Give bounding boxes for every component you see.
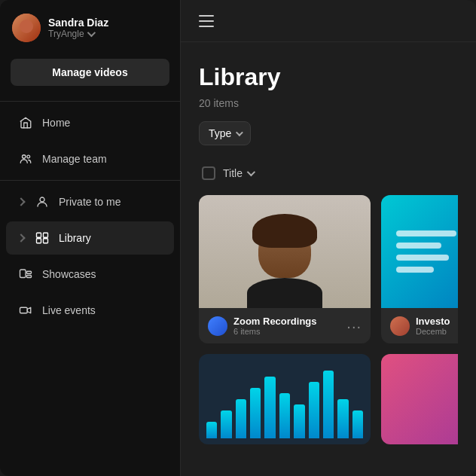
card-thumbnail [381, 195, 458, 308]
svg-rect-6 [44, 239, 48, 243]
user-info: Sandra Diaz TryAngle [48, 17, 108, 39]
card-zoom-recordings[interactable]: Zoom Recordings 6 items ··· [199, 195, 371, 343]
hamburger-line [199, 20, 214, 22]
person-silhouette [247, 221, 322, 308]
chart-bar [264, 377, 275, 439]
video-icon [18, 303, 33, 318]
sidebar-item-label: Live events [42, 304, 96, 316]
card-footer: Zoom Recordings 6 items ··· [199, 308, 371, 343]
card-title: Zoom Recordings [233, 316, 317, 327]
card-meta: Investo Decemb [390, 316, 450, 336]
card-footer: Investo Decemb [381, 308, 458, 343]
more-options-button[interactable]: ··· [346, 319, 362, 334]
topbar [181, 0, 476, 42]
svg-point-0 [23, 155, 26, 159]
svg-rect-3 [37, 233, 41, 237]
invest-line [396, 243, 441, 249]
table-header: Title [199, 160, 458, 186]
chart-bar [206, 422, 217, 439]
sidebar-item-home[interactable]: Home [6, 106, 174, 139]
page-title: Library [199, 63, 458, 91]
person-head [258, 221, 311, 278]
svg-point-2 [40, 197, 44, 202]
cards-row-1: Zoom Recordings 6 items ··· [199, 195, 458, 343]
chart-bar [309, 382, 319, 438]
person-body [247, 278, 322, 308]
sidebar-item-manage-team[interactable]: Manage team [6, 142, 174, 175]
svg-rect-10 [20, 307, 28, 313]
invest-line [396, 255, 449, 261]
hamburger-line [199, 15, 214, 17]
svg-rect-9 [27, 276, 32, 278]
chart-bar [294, 404, 304, 438]
sidebar-item-private-to-me[interactable]: Private to me [6, 185, 174, 218]
person-icon [35, 194, 50, 209]
user-org: TryAngle [48, 29, 108, 39]
chart-bar [250, 388, 261, 439]
select-all-checkbox[interactable] [202, 166, 215, 180]
chart-bar [337, 399, 348, 439]
divider [0, 101, 180, 102]
sidebar-item-label: Manage team [42, 153, 107, 165]
card-title: Investo [416, 316, 450, 327]
manage-videos-button[interactable]: Manage videos [11, 59, 169, 86]
filter-row: Type [199, 121, 458, 145]
sidebar-item-label: Home [42, 117, 70, 129]
card-subtitle: Decemb [416, 327, 450, 336]
svg-rect-7 [20, 270, 26, 278]
sidebar-item-label: Private to me [59, 196, 121, 208]
chart-bar [323, 371, 334, 438]
invest-line [396, 267, 434, 273]
card-subtitle: 6 items [233, 327, 317, 336]
sidebar-item-showcases[interactable]: Showcases [6, 258, 174, 291]
card-thumbnail [199, 195, 371, 308]
sidebar-item-live-events[interactable]: Live events [6, 294, 174, 327]
invest-line [396, 230, 456, 236]
user-name: Sandra Diaz [48, 17, 108, 29]
invest-lines [381, 215, 458, 288]
invest-thumbnail [381, 195, 458, 308]
main-content: Library 20 items Type Title [181, 0, 476, 476]
card-meta: Zoom Recordings 6 items [208, 316, 317, 336]
library-area: Library 20 items Type Title [181, 42, 476, 476]
card-avatar [390, 316, 410, 336]
title-sort-button[interactable]: Title [223, 167, 253, 179]
card-investor[interactable]: Investo Decemb [381, 195, 458, 343]
type-dropdown[interactable]: Type [199, 121, 251, 145]
card-text: Zoom Recordings 6 items [233, 316, 317, 336]
menu-button[interactable] [196, 12, 217, 30]
chart-bar [236, 399, 246, 439]
chevron-down-icon [87, 29, 95, 37]
chart-bar [221, 410, 231, 439]
divider [0, 180, 180, 181]
cards-row-2 [199, 354, 458, 444]
sort-arrow-icon [247, 168, 255, 176]
card-avatar [208, 316, 227, 336]
sidebar: Sandra Diaz TryAngle Manage videos Home [0, 0, 181, 476]
gradient-card[interactable] [381, 354, 458, 444]
hamburger-line [199, 26, 214, 27]
expand-arrow-icon [17, 233, 25, 242]
chart-card[interactable] [199, 354, 371, 444]
person-hair [252, 214, 317, 248]
person-thumbnail [199, 195, 371, 308]
svg-rect-4 [44, 233, 48, 237]
home-icon [18, 115, 33, 130]
sidebar-item-label: Library [59, 232, 91, 244]
user-profile[interactable]: Sandra Diaz TryAngle [0, 0, 180, 56]
team-icon [18, 151, 33, 166]
expand-arrow-icon [17, 197, 25, 206]
avatar [12, 14, 41, 42]
sidebar-item-library[interactable]: Library [6, 221, 174, 255]
svg-point-1 [27, 155, 30, 158]
chart-bar [279, 393, 290, 438]
chart-bar [352, 410, 363, 439]
card-text: Investo Decemb [416, 316, 450, 336]
showcases-icon [18, 267, 33, 282]
sidebar-item-label: Showcases [42, 268, 96, 280]
svg-rect-8 [27, 271, 32, 273]
svg-rect-5 [37, 239, 41, 243]
library-icon [35, 230, 50, 246]
items-count: 20 items [199, 97, 458, 109]
chevron-down-icon [236, 129, 243, 136]
